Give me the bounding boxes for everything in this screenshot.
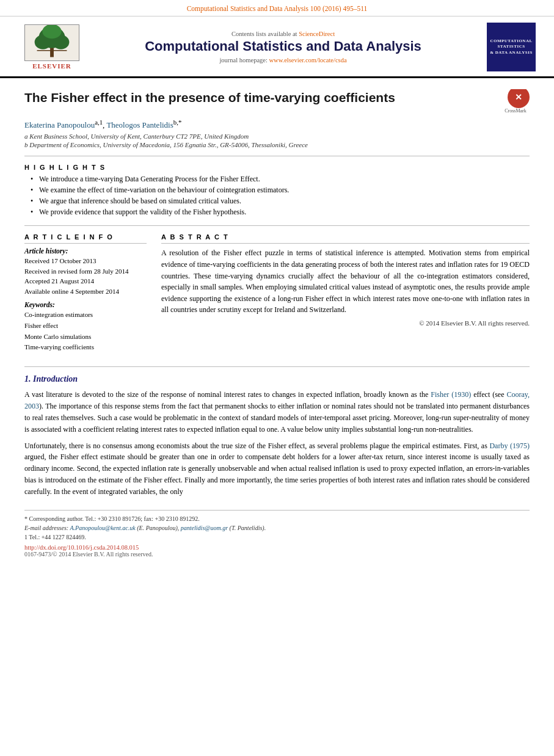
- footnote-email: E-mail addresses: A.Panopoulou@kent.ac.u…: [24, 523, 530, 532]
- keyword-1: Co-integration estimators: [24, 310, 147, 321]
- elsevier-logo: ELSEVIER: [18, 24, 86, 70]
- affiliation-b: b Department of Economics, University of…: [24, 141, 530, 148]
- highlight-item-3: We argue that inference should be based …: [31, 197, 530, 206]
- crossmark-container: ✕ CrossMark: [501, 89, 530, 114]
- journal-citation-link[interactable]: Computational Statistics and Data Analys…: [187, 5, 368, 12]
- sciencedirect-line: Contents lists available at ScienceDirec…: [86, 31, 481, 37]
- journal-center: Contents lists available at ScienceDirec…: [86, 31, 481, 63]
- authors-line: Ekaterina Panopouloua,1, Theologos Pante…: [24, 118, 530, 130]
- sciencedirect-link[interactable]: ScienceDirect: [299, 31, 335, 37]
- separator-1: [24, 156, 530, 156]
- revised-date: Received in revised form 28 July 2014: [24, 266, 147, 277]
- highlight-item-2: We examine the effect of time-variation …: [31, 186, 530, 195]
- journal-homepage: journal homepage: www.elsevier.com/locat…: [86, 57, 481, 64]
- highlights-section: H I G H L I G H T S We introduce a time-…: [24, 164, 530, 217]
- received-date: Received 17 October 2013: [24, 256, 147, 266]
- main-content: ✕ CrossMark The Fisher effect in the pre…: [0, 78, 554, 570]
- homepage-link[interactable]: www.elsevier.com/locate/csda: [269, 57, 347, 64]
- article-title: The Fisher effect in the presence of tim…: [24, 89, 530, 106]
- affiliation-a: a Kent Business School, University of Ke…: [24, 133, 530, 140]
- intro-paragraph-1: A vast literature is devoted to the size…: [24, 389, 530, 435]
- article-history-block: Article history: Received 17 October 201…: [24, 247, 147, 296]
- abstract-divider: [161, 243, 530, 244]
- elsevier-logo-image: [24, 24, 79, 61]
- footnote-star: * Corresponding author. Tel.: +30 2310 8…: [24, 514, 530, 523]
- elsevier-text: ELSEVIER: [32, 62, 71, 70]
- author-panopoulou[interactable]: Ekaterina Panopoulou: [24, 120, 95, 129]
- highlights-list: We introduce a time-varying Data Generat…: [24, 175, 530, 217]
- separator-2: [24, 225, 530, 226]
- journal-title-main: Computational Statistics and Data Analys…: [86, 38, 481, 54]
- email1-name: (E. Panopoulou),: [137, 525, 179, 531]
- intro-heading: 1. Introduction: [24, 374, 530, 384]
- article-info-col: A R T I C L E I N F O Article history: R…: [24, 233, 147, 357]
- author-pantelidis[interactable]: Theologos Pantelidis: [106, 120, 173, 129]
- keywords-block: Keywords: Co-integration estimators Fish…: [24, 301, 147, 352]
- journal-logo-box: COMPUTATIONAL STATISTICS & DATA ANALYSIS: [487, 23, 536, 71]
- license-line: 0167-9473/© 2014 Elsevier B.V. All right…: [24, 551, 530, 558]
- keyword-4: Time-varying coefficients: [24, 342, 147, 353]
- copyright-line: © 2014 Elsevier B.V. All rights reserved…: [161, 319, 530, 327]
- title-row: ✕ CrossMark The Fisher effect in the pre…: [24, 89, 530, 114]
- journal-logo-right: COMPUTATIONAL STATISTICS & DATA ANALYSIS: [481, 23, 536, 71]
- highlight-item-4: We provide evidence that support the val…: [31, 208, 530, 217]
- top-bar: Computational Statistics and Data Analys…: [0, 0, 554, 16]
- history-heading: Article history:: [24, 247, 147, 255]
- keyword-2: Fisher effect: [24, 321, 147, 332]
- journal-header: ELSEVIER Contents lists available at Sci…: [0, 16, 554, 78]
- footnote-section: * Corresponding author. Tel.: +30 2310 8…: [24, 510, 530, 558]
- email2-link[interactable]: pantelidis@uom.gr: [181, 525, 228, 531]
- separator-3: [24, 366, 530, 367]
- logo-line2: STATISTICS: [497, 44, 525, 49]
- doi-link[interactable]: http://dx.doi.org/10.1016/j.csda.2014.08…: [24, 544, 139, 551]
- abstract-label: A B S T R A C T: [161, 233, 530, 241]
- keywords-heading: Keywords:: [24, 301, 147, 308]
- email1-link[interactable]: A.Panopoulou@kent.ac.uk: [70, 525, 135, 531]
- doi-line: http://dx.doi.org/10.1016/j.csda.2014.08…: [24, 544, 530, 551]
- highlights-label: H I G H L I G H T S: [24, 164, 530, 171]
- available-date: Available online 4 September 2014: [24, 286, 147, 297]
- keywords-list: Co-integration estimators Fisher effect …: [24, 310, 147, 352]
- abstract-text: A resolution of the Fisher effect puzzle…: [161, 247, 530, 316]
- footnote-1: 1 Tel.: +44 1227 824469.: [24, 532, 530, 542]
- email2-name: (T. Pantelidis).: [230, 525, 266, 531]
- abstract-col: A B S T R A C T A resolution of the Fish…: [161, 233, 530, 357]
- fisher-link[interactable]: Fisher (1930): [431, 390, 471, 399]
- logo-line3: & DATA ANALYSIS: [490, 50, 533, 56]
- keyword-3: Monte Carlo simulations: [24, 332, 147, 343]
- two-col: A R T I C L E I N F O Article history: R…: [24, 233, 530, 357]
- darby-link[interactable]: Darby (1975): [489, 442, 530, 450]
- info-divider: [24, 243, 147, 244]
- logo-line1: COMPUTATIONAL: [490, 38, 532, 44]
- accepted-date: Accepted 21 August 2014: [24, 276, 147, 286]
- article-info-label: A R T I C L E I N F O: [24, 233, 147, 241]
- intro-paragraph-2: Unfortunately, there is no consensus amo…: [24, 440, 530, 498]
- highlight-item-1: We introduce a time-varying Data Generat…: [31, 175, 530, 184]
- intro-section: 1. Introduction A vast literature is dev…: [24, 374, 530, 498]
